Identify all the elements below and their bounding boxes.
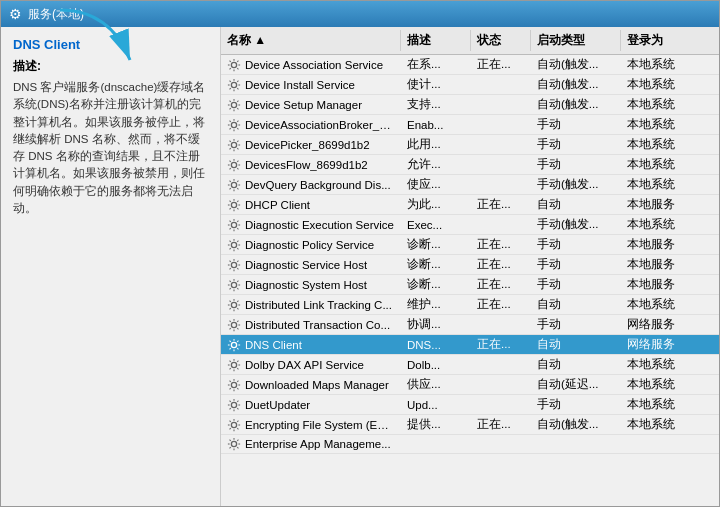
table-row[interactable]: DuetUpdaterUpd...手动本地系统 <box>221 395 719 415</box>
service-status <box>471 103 531 107</box>
svg-line-63 <box>237 180 238 181</box>
service-name-text: DevicesFlow_8699d1b2 <box>245 159 368 171</box>
svg-line-15 <box>230 80 231 81</box>
service-gear-icon <box>227 318 241 332</box>
service-logon: 本地系统 <box>621 115 701 134</box>
service-name-text: Device Association Service <box>245 59 383 71</box>
svg-line-177 <box>230 440 231 441</box>
service-desc: 允许... <box>401 155 471 174</box>
svg-line-116 <box>230 308 231 309</box>
svg-line-70 <box>237 208 238 209</box>
service-desc: 维护... <box>401 295 471 314</box>
service-status <box>471 183 531 187</box>
service-startup: 自动 <box>531 295 621 314</box>
table-row[interactable]: Enterprise App Manageme... <box>221 435 719 454</box>
svg-line-169 <box>237 428 238 429</box>
svg-line-123 <box>230 320 231 321</box>
table-row[interactable]: DevicesFlow_8699d1b2允许...手动本地系统 <box>221 155 719 175</box>
arrow-icon <box>50 27 150 80</box>
service-logon <box>621 442 701 446</box>
service-gear-icon <box>227 358 241 372</box>
table-row[interactable]: DNS ClientDNS...正在...自动网络服务 <box>221 335 719 355</box>
svg-line-87 <box>230 240 231 241</box>
service-startup: 手动 <box>531 155 621 174</box>
svg-line-107 <box>230 288 231 289</box>
col-status[interactable]: 状态 <box>471 30 531 51</box>
svg-line-34 <box>237 128 238 129</box>
svg-line-178 <box>237 447 238 448</box>
service-name-text: Downloaded Maps Manager <box>245 379 389 391</box>
table-header: 名称 ▲ 描述 状态 启动类型 登录为 <box>221 27 719 55</box>
svg-line-71 <box>230 208 231 209</box>
service-desc: 诊断... <box>401 275 471 294</box>
svg-line-124 <box>237 328 238 329</box>
service-gear-icon <box>227 278 241 292</box>
service-startup: 自动(触发... <box>531 55 621 74</box>
svg-point-100 <box>231 282 236 287</box>
service-cell: DevicePicker_8699d1b2 <box>221 136 401 154</box>
service-gear-icon <box>227 138 241 152</box>
service-startup: 手动 <box>531 395 621 414</box>
table-row[interactable]: DevQuery Background Dis...使应...手动(触发...本… <box>221 175 719 195</box>
svg-point-10 <box>231 82 236 87</box>
table-row[interactable]: Diagnostic Service Host诊断...正在...手动本地服务 <box>221 255 719 275</box>
svg-line-8 <box>230 68 231 69</box>
service-status: 正在... <box>471 335 531 354</box>
col-logon[interactable]: 登录为 <box>621 30 701 51</box>
table-row[interactable]: Diagnostic System Host诊断...正在...手动本地服务 <box>221 275 719 295</box>
svg-line-132 <box>230 340 231 341</box>
svg-line-133 <box>237 348 238 349</box>
service-cell: DHCP Client <box>221 196 401 214</box>
service-gear-icon <box>227 398 241 412</box>
svg-line-54 <box>237 160 238 161</box>
service-desc: 在系... <box>401 55 471 74</box>
service-status: 正在... <box>471 235 531 254</box>
table-row[interactable]: Device Association Service在系...正在...自动(触… <box>221 55 719 75</box>
svg-line-161 <box>230 408 231 409</box>
table-row[interactable]: Encrypting File System (EFS)提供...正在...自动… <box>221 415 719 435</box>
col-desc[interactable]: 描述 <box>401 30 471 51</box>
table-row[interactable]: Diagnostic Execution ServiceExec...手动(触发… <box>221 215 719 235</box>
svg-line-168 <box>230 420 231 421</box>
service-name-text: Dolby DAX API Service <box>245 359 364 371</box>
service-logon: 网络服务 <box>621 335 701 354</box>
table-row[interactable]: Distributed Link Tracking C...维护...正在...… <box>221 295 719 315</box>
col-startup[interactable]: 启动类型 <box>531 30 621 51</box>
service-status <box>471 163 531 167</box>
service-cell: Diagnostic System Host <box>221 276 401 294</box>
table-row[interactable]: DeviceAssociationBroker_8...Enab...手动本地系… <box>221 115 719 135</box>
svg-line-26 <box>230 108 231 109</box>
svg-line-51 <box>230 160 231 161</box>
svg-line-135 <box>237 340 238 341</box>
service-status: 正在... <box>471 55 531 74</box>
service-name-text: Device Setup Manager <box>245 99 362 111</box>
col-name[interactable]: 名称 ▲ <box>221 30 401 51</box>
table-row[interactable]: DHCP Client为此...正在...自动本地服务 <box>221 195 719 215</box>
svg-point-172 <box>231 441 236 446</box>
table-row[interactable]: Downloaded Maps Manager供应...自动(延迟...本地系统 <box>221 375 719 395</box>
table-row[interactable]: Device Setup Manager支持...自动(触发...本地系统 <box>221 95 719 115</box>
service-desc: 支持... <box>401 95 471 114</box>
svg-line-42 <box>230 140 231 141</box>
service-logon: 本地系统 <box>621 415 701 434</box>
table-row[interactable]: Distributed Transaction Co...协调...手动网络服务 <box>221 315 719 335</box>
service-name-text: Encrypting File System (EFS) <box>245 419 395 431</box>
table-body[interactable]: Device Association Service在系...正在...自动(触… <box>221 55 719 506</box>
svg-line-35 <box>230 128 231 129</box>
svg-point-73 <box>231 222 236 227</box>
svg-line-36 <box>237 120 238 121</box>
service-name-text: Diagnostic Execution Service <box>245 219 394 231</box>
service-status <box>471 143 531 147</box>
service-status: 正在... <box>471 255 531 274</box>
table-row[interactable]: Dolby DAX API ServiceDolb...自动本地系统 <box>221 355 719 375</box>
svg-line-44 <box>230 148 231 149</box>
service-cell: DevicesFlow_8699d1b2 <box>221 156 401 174</box>
service-gear-icon <box>227 78 241 92</box>
service-status <box>471 363 531 367</box>
svg-line-69 <box>230 200 231 201</box>
service-cell: DuetUpdater <box>221 396 401 414</box>
table-row[interactable]: Device Install Service使计...自动(触发...本地系统 <box>221 75 719 95</box>
table-row[interactable]: DevicePicker_8699d1b2此用...手动本地系统 <box>221 135 719 155</box>
service-cell: Device Install Service <box>221 76 401 94</box>
table-row[interactable]: Diagnostic Policy Service诊断...正在...手动本地服… <box>221 235 719 255</box>
